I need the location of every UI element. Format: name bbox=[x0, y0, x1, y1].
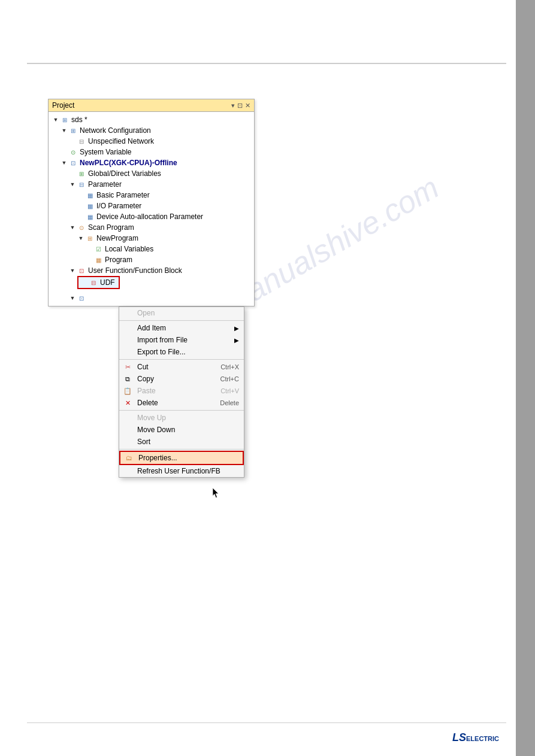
tree-item-user-func[interactable]: ▼ ⊡ User Function/Function Block bbox=[50, 265, 253, 276]
expand-device-param bbox=[77, 213, 84, 220]
label-system-var: System Variable bbox=[80, 148, 131, 156]
label-user-func: User Function/Function Block bbox=[88, 266, 182, 275]
label-parameter: Parameter bbox=[88, 180, 122, 189]
ls-electric-logo: LSELECTRIC bbox=[452, 731, 499, 744]
icon-export bbox=[123, 347, 132, 357]
label-newplc: NewPLC(XGK-CPUA)-Offline bbox=[80, 159, 177, 167]
menu-item-move-up[interactable]: Move Up bbox=[119, 412, 244, 424]
expand-sds[interactable]: ▼ bbox=[52, 116, 59, 123]
shortcut-delete: Delete bbox=[220, 399, 239, 406]
context-menu: Open Add Item ▶ Import from File ▶ Expor… bbox=[119, 306, 244, 478]
menu-item-cut[interactable]: ✂ Cut Ctrl+X bbox=[119, 361, 244, 373]
expand-parameter[interactable]: ▼ bbox=[69, 181, 76, 188]
expand-global-vars bbox=[69, 170, 76, 177]
icon-scan-program: ⊙ bbox=[77, 223, 86, 232]
dock-icon[interactable]: ⊡ bbox=[237, 102, 243, 110]
label-network-config: Network Configuration bbox=[80, 126, 151, 135]
label-sds: sds * bbox=[71, 116, 87, 124]
menu-sep-3 bbox=[119, 410, 244, 411]
label-local-vars: Local Variables bbox=[105, 245, 153, 253]
expand-unspecified-network bbox=[69, 138, 76, 145]
icon-delete: ✕ bbox=[123, 398, 132, 408]
icon-network-config: ⊞ bbox=[68, 126, 78, 135]
menu-item-delete[interactable]: ✕ Delete Delete bbox=[119, 397, 244, 409]
menu-item-paste[interactable]: 📋 Paste Ctrl+V bbox=[119, 385, 244, 397]
menu-item-import[interactable]: Import from File ▶ bbox=[119, 334, 244, 346]
menu-label-open: Open bbox=[137, 309, 155, 317]
menu-label-delete: Delete bbox=[137, 399, 158, 407]
expand-newprogram[interactable]: ▼ bbox=[77, 235, 84, 242]
tree-item-program[interactable]: ▦ Program bbox=[50, 254, 253, 265]
label-newprogram: NewProgram bbox=[96, 234, 138, 242]
tree-item-unspecified-network[interactable]: ⊟ Unspecified Network bbox=[50, 136, 253, 147]
label-global-vars: Global/Direct Variables bbox=[88, 169, 161, 178]
menu-item-refresh[interactable]: Refresh User Function/FB bbox=[119, 465, 244, 477]
expand-basic-param bbox=[77, 192, 84, 199]
menu-sep-4 bbox=[119, 449, 244, 450]
label-scan-program: Scan Program bbox=[88, 223, 134, 232]
icon-newplc: ⊡ bbox=[68, 158, 78, 168]
tree-item-scan-program[interactable]: ▼ ⊙ Scan Program bbox=[50, 222, 253, 233]
icon-program: ▦ bbox=[93, 255, 103, 265]
tree-item-io-param[interactable]: ▦ I/O Parameter bbox=[50, 201, 253, 211]
close-icon[interactable]: ✕ bbox=[245, 102, 250, 110]
menu-label-move-up: Move Up bbox=[137, 414, 166, 422]
menu-label-add-item: Add Item bbox=[137, 324, 166, 332]
menu-item-move-down[interactable]: Move Down bbox=[119, 424, 244, 436]
icon-io-param: ▦ bbox=[85, 201, 95, 211]
icon-device-param: ▦ bbox=[85, 212, 95, 221]
menu-label-properties: Properties... bbox=[138, 454, 177, 462]
arrow-add-item: ▶ bbox=[234, 325, 239, 332]
menu-item-sort[interactable]: Sort bbox=[119, 436, 244, 448]
menu-label-export: Export to File... bbox=[137, 348, 186, 356]
menu-item-open[interactable]: Open bbox=[119, 307, 244, 319]
logo-electric: ELECTRIC bbox=[466, 735, 499, 742]
tree-item-sds[interactable]: ▼ ⊞ sds * bbox=[50, 114, 253, 125]
tree-item-extra1[interactable]: ▼ ⊡ bbox=[50, 293, 253, 303]
icon-sds: ⊞ bbox=[60, 115, 69, 125]
icon-paste: 📋 bbox=[123, 386, 132, 396]
pin-icon[interactable]: ▾ bbox=[231, 102, 235, 110]
tree-item-newprogram[interactable]: ▼ ⊞ NewProgram bbox=[50, 233, 253, 244]
icon-properties: 🗂 bbox=[124, 453, 134, 463]
tree-item-system-var[interactable]: ⊙ System Variable bbox=[50, 147, 253, 157]
tree-item-parameter[interactable]: ▼ ⊟ Parameter bbox=[50, 179, 253, 190]
expand-scan-program[interactable]: ▼ bbox=[69, 224, 76, 231]
icon-move-down bbox=[123, 425, 132, 435]
icon-global-vars: ⊞ bbox=[77, 169, 86, 178]
bottom-divider bbox=[27, 722, 506, 723]
expand-udf bbox=[81, 279, 88, 286]
tree-item-global-vars[interactable]: ⊞ Global/Direct Variables bbox=[50, 168, 253, 179]
tree-item-local-vars[interactable]: ☑ Local Variables bbox=[50, 244, 253, 254]
tree-item-device-param[interactable]: ▦ Device Auto-allocation Parameter bbox=[50, 211, 253, 222]
icon-system-var: ⊙ bbox=[68, 147, 78, 157]
expand-program bbox=[86, 256, 93, 263]
label-udf: UDF bbox=[100, 278, 115, 287]
expand-newplc[interactable]: ▼ bbox=[61, 159, 68, 166]
expand-user-func[interactable]: ▼ bbox=[69, 267, 76, 274]
arrow-import: ▶ bbox=[234, 337, 239, 344]
tree-item-basic-param[interactable]: ▦ Basic Parameter bbox=[50, 190, 253, 201]
logo-ls: LS bbox=[452, 731, 466, 743]
menu-item-export[interactable]: Export to File... bbox=[119, 346, 244, 358]
expand-extra1[interactable]: ▼ bbox=[69, 294, 76, 302]
panel-header-icons: ▾ ⊡ ✕ bbox=[231, 102, 250, 110]
menu-item-add-item[interactable]: Add Item ▶ bbox=[119, 322, 244, 334]
expand-network-config[interactable]: ▼ bbox=[61, 127, 68, 134]
menu-label-paste: Paste bbox=[137, 387, 156, 395]
tree-item-udf[interactable]: ⊟ UDF bbox=[77, 276, 120, 289]
menu-item-copy[interactable]: ⧉ Copy Ctrl+C bbox=[119, 373, 244, 385]
menu-item-properties[interactable]: 🗂 Properties... bbox=[119, 451, 244, 465]
icon-add-item bbox=[123, 323, 132, 333]
project-panel: Project ▾ ⊡ ✕ ▼ ⊞ sds * ▼ ⊞ Network Conf… bbox=[48, 99, 255, 306]
icon-udf: ⊟ bbox=[89, 278, 98, 287]
label-basic-param: Basic Parameter bbox=[96, 191, 150, 199]
icon-local-vars: ☑ bbox=[93, 244, 103, 254]
menu-label-import: Import from File bbox=[137, 336, 188, 344]
tree-item-network-config[interactable]: ▼ ⊞ Network Configuration bbox=[50, 125, 253, 136]
right-sidebar-strip bbox=[516, 0, 535, 756]
expand-local-vars bbox=[86, 245, 93, 253]
tree-item-newplc[interactable]: ▼ ⊡ NewPLC(XGK-CPUA)-Offline bbox=[50, 157, 253, 168]
icon-parameter: ⊟ bbox=[77, 180, 86, 189]
icon-basic-param: ▦ bbox=[85, 190, 95, 200]
